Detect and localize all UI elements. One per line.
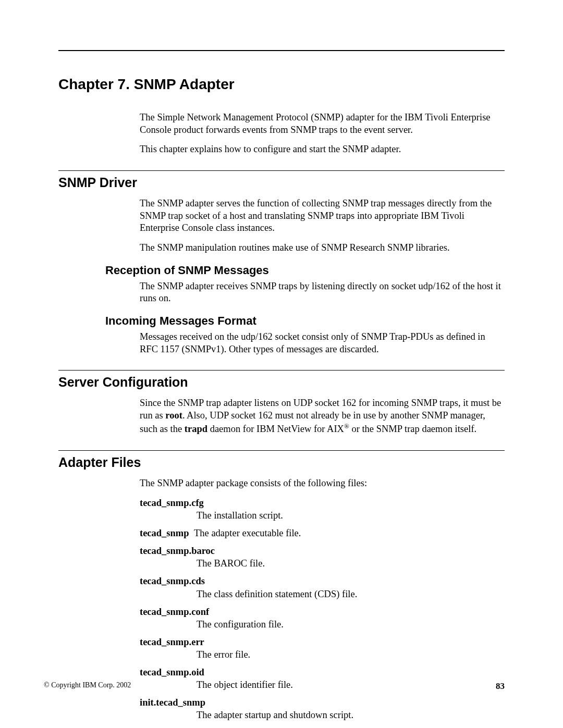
- page-number: 83: [496, 681, 505, 692]
- section-body: The SNMP adapter serves the function of …: [140, 198, 505, 254]
- section-heading: Adapter Files: [58, 455, 505, 470]
- page-footer: © Copyright IBM Corp. 2002 83: [44, 681, 505, 692]
- section-heading: SNMP Driver: [58, 175, 505, 190]
- paragraph: The SNMP adapter receives SNMP traps by …: [140, 280, 505, 305]
- registered-icon: ®: [344, 422, 349, 430]
- definition-description: The class definition statement (CDS) fil…: [197, 588, 505, 600]
- definition-description: The BAROC file.: [197, 557, 505, 570]
- subsection-heading: Reception of SNMP Messages: [105, 264, 505, 277]
- chapter-title: Chapter 7. SNMP Adapter: [58, 76, 505, 93]
- definition-item: tecad_snmp.cfgThe installation script.: [140, 497, 505, 522]
- bold-text: root: [165, 410, 182, 421]
- definition-term: tecad_snmp.oid: [140, 666, 505, 678]
- definition-item: tecad_snmp.confThe configuration file.: [140, 606, 505, 631]
- definition-item: init.tecad_snmpThe adapter startup and s…: [140, 696, 505, 721]
- definition-description: The error file.: [197, 648, 505, 661]
- text: daemon for IBM NetView for AIX: [207, 424, 344, 434]
- section-heading: Server Configuration: [58, 375, 505, 390]
- top-rule: [58, 50, 505, 51]
- paragraph: This chapter explains how to configure a…: [140, 143, 505, 156]
- section-rule: [58, 450, 505, 451]
- page: Chapter 7. SNMP Adapter The Simple Netwo…: [0, 0, 563, 728]
- definition-term: tecad_snmp.baroc: [140, 545, 505, 557]
- bold-text: trapd: [185, 424, 207, 434]
- paragraph: The SNMP manipulation routines make use …: [140, 242, 505, 254]
- definition-item: tecad_snmpThe adapter executable file.: [140, 527, 505, 539]
- subsection-body: Messages received on the udp/162 socket …: [140, 331, 505, 355]
- definition-description: The adapter executable file.: [194, 527, 301, 539]
- section-rule: [58, 170, 505, 171]
- subsection-body: The SNMP adapter receives SNMP traps by …: [140, 280, 505, 305]
- paragraph: The Simple Network Management Protocol (…: [140, 112, 505, 136]
- definition-term: tecad_snmp.cds: [140, 575, 505, 587]
- definition-description: The configuration file.: [197, 618, 505, 631]
- section-body: Since the SNMP trap adapter listens on U…: [140, 397, 505, 435]
- definition-description: The installation script.: [197, 509, 505, 522]
- definition-term: tecad_snmp: [140, 527, 194, 539]
- subsection-heading: Incoming Messages Format: [105, 314, 505, 328]
- text: or the SNMP trap daemon itself.: [349, 424, 476, 434]
- section-rule: [58, 370, 505, 371]
- definition-description: The adapter startup and shutdown script.: [197, 709, 505, 721]
- definition-term: tecad_snmp.conf: [140, 606, 505, 618]
- definition-item: tecad_snmp.barocThe BAROC file.: [140, 545, 505, 570]
- paragraph: The SNMP adapter serves the function of …: [140, 198, 505, 235]
- paragraph: Since the SNMP trap adapter listens on U…: [140, 397, 505, 435]
- chapter-intro: The Simple Network Management Protocol (…: [140, 112, 505, 156]
- definition-term: tecad_snmp.cfg: [140, 497, 505, 509]
- paragraph: The SNMP adapter package consists of the…: [140, 477, 505, 490]
- definition-item: tecad_snmp.cdsThe class definition state…: [140, 575, 505, 600]
- paragraph: Messages received on the udp/162 socket …: [140, 331, 505, 355]
- definition-term: tecad_snmp.err: [140, 636, 505, 648]
- copyright: © Copyright IBM Corp. 2002: [44, 681, 131, 689]
- definition-item: tecad_snmp.errThe error file.: [140, 636, 505, 661]
- definition-term: init.tecad_snmp: [140, 696, 505, 709]
